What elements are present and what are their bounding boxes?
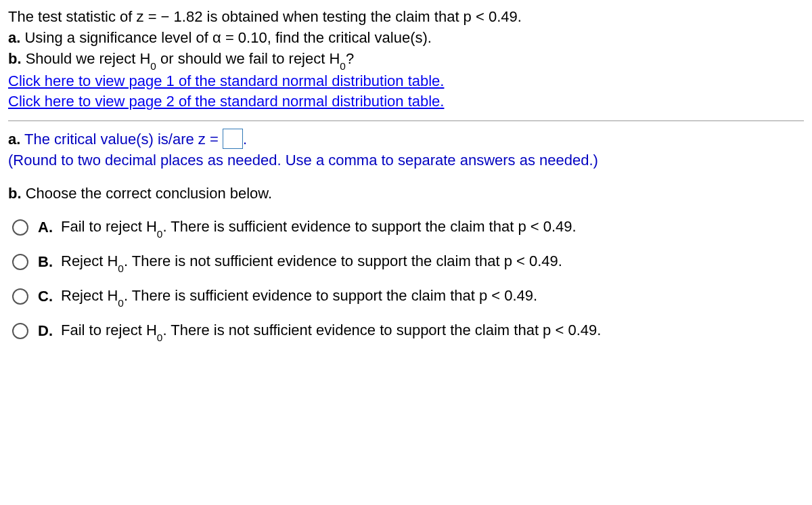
subscript-0: 0 <box>150 60 156 72</box>
choice-b-row[interactable]: B. Reject H0. There is not sufficient ev… <box>12 251 804 273</box>
radio-b[interactable] <box>12 254 28 270</box>
radio-d[interactable] <box>12 323 28 339</box>
text: . There is not sufficient evidence to su… <box>124 252 562 269</box>
text: . There is sufficient evidence to suppor… <box>124 287 537 304</box>
text: Choose the correct conclusion below. <box>22 185 273 202</box>
choice-text: Reject H0. There is not sufficient evide… <box>61 251 562 273</box>
subscript-0: 0 <box>157 228 163 240</box>
part-a-block: a. The critical value(s) is/are z = . (R… <box>8 129 804 171</box>
text: . <box>243 131 247 148</box>
part-a-prompt: a. The critical value(s) is/are z = . <box>8 129 804 150</box>
radio-c[interactable] <box>12 288 28 305</box>
text: Fail to reject H <box>61 322 157 338</box>
link-table-page-2[interactable]: Click here to view page 2 of the standar… <box>8 91 804 112</box>
choice-a-row[interactable]: A. Fail to reject H0. There is sufficien… <box>12 217 804 239</box>
question-intro: The test statistic of z = − 1.82 is obta… <box>8 7 804 112</box>
text: Should we reject H <box>22 50 151 67</box>
choice-letter: B. <box>38 252 54 273</box>
subscript-0: 0 <box>118 263 124 274</box>
part-b-block: b. Choose the correct conclusion below. <box>8 183 804 204</box>
intro-line-1: The test statistic of z = − 1.82 is obta… <box>8 7 804 28</box>
text: Reject H <box>61 252 118 269</box>
choice-c-row[interactable]: C. Reject H0. There is sufficient eviden… <box>12 286 804 308</box>
choice-letter: D. <box>38 321 54 342</box>
radio-a[interactable] <box>12 219 28 236</box>
part-a-label: a. <box>8 29 20 46</box>
subscript-0: 0 <box>157 332 163 343</box>
intro-line-3: b. Should we reject H0 or should we fail… <box>8 49 804 71</box>
choice-text: Fail to reject H0. There is sufficient e… <box>61 217 577 239</box>
minus-sign: − <box>161 8 170 25</box>
subscript-0: 0 <box>118 297 124 309</box>
intro-line-2: a. Using a significance level of α = 0.1… <box>8 28 804 49</box>
text: The test statistic of z = <box>8 8 161 25</box>
text: . There is sufficient evidence to suppor… <box>162 218 576 235</box>
choice-text: Reject H0. There is sufficient evidence … <box>61 286 537 308</box>
multiple-choice-list: A. Fail to reject H0. There is sufficien… <box>12 217 804 343</box>
link-table-page-1[interactable]: Click here to view page 1 of the standar… <box>8 71 804 92</box>
text: The critical value(s) is/are z = <box>20 131 223 148</box>
text: Using a significance level of α = 0.10, … <box>20 29 432 46</box>
critical-value-input[interactable] <box>223 129 243 149</box>
text: 1.82 is obtained when testing the claim … <box>169 8 521 25</box>
subscript-0: 0 <box>340 60 346 72</box>
part-b-label: b. <box>8 50 22 67</box>
part-a-hint: (Round to two decimal places as needed. … <box>8 150 804 171</box>
divider <box>8 120 804 121</box>
choice-letter: C. <box>38 286 54 307</box>
text: ? <box>346 50 354 67</box>
choice-text: Fail to reject H0. There is not sufficie… <box>61 320 601 343</box>
text: or should we fail to reject H <box>156 50 340 67</box>
choice-letter: A. <box>38 217 54 238</box>
choice-d-row[interactable]: D. Fail to reject H0. There is not suffi… <box>12 320 804 343</box>
text: . There is not sufficient evidence to su… <box>162 322 601 338</box>
part-b-label: b. <box>8 185 22 202</box>
part-a-label: a. <box>8 131 20 148</box>
text: Fail to reject H <box>61 218 157 235</box>
text: Reject H <box>61 287 118 304</box>
